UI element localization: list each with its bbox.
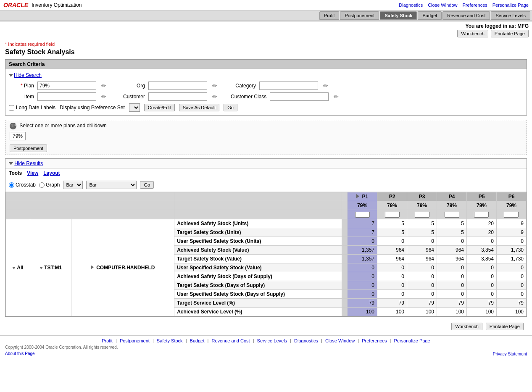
search-criteria-body: Hide Search Plan ✏ Org ✏ Category ✏ Item…: [5, 69, 527, 115]
postponement-button[interactable]: Postponement: [10, 145, 47, 152]
footer-safety-stock-link[interactable]: Safety Stock: [157, 338, 183, 343]
footer-close-window-link[interactable]: Close Window: [325, 338, 355, 343]
p1-filter-input[interactable]: [355, 212, 370, 218]
p1-header: P1: [348, 192, 377, 201]
tab-profit[interactable]: Profit: [319, 11, 340, 20]
crosstab-radio[interactable]: [9, 182, 14, 188]
plan-search-icon[interactable]: ✏: [100, 82, 108, 90]
tab-safety-stock[interactable]: Safety Stock: [380, 11, 417, 20]
create-edit-button[interactable]: Create/Edit: [144, 104, 175, 111]
printable-page-button-top[interactable]: Printable Page: [491, 30, 529, 37]
customer-search-icon[interactable]: ✏: [211, 92, 219, 101]
p5-filter-input[interactable]: [474, 212, 489, 218]
about-page-link[interactable]: About this Page: [5, 351, 35, 356]
toolbar-layout[interactable]: Layout: [43, 170, 60, 176]
p6-filter-input[interactable]: [504, 212, 519, 218]
expand-9: [342, 298, 348, 307]
r2-p1: 0: [348, 237, 377, 245]
view-controls: Crosstab Graph Bar Line Pie Bar Horizont…: [5, 178, 527, 192]
customer-class-input[interactable]: [270, 92, 329, 101]
close-window-link[interactable]: Close Window: [428, 3, 457, 8]
expand-sub: [342, 201, 348, 210]
chart-sub-dropdown[interactable]: Bar Horizontal Bar Stacked Bar: [86, 181, 137, 189]
tst-expand-icon[interactable]: [40, 267, 43, 269]
expand-3: [342, 245, 348, 254]
privacy-statement-link[interactable]: Privacy Statement: [493, 352, 527, 356]
tab-revenue-cost[interactable]: Revenue and Cost: [442, 11, 490, 20]
row-label-7: Target Safety Stock (Days of Supply): [174, 281, 342, 289]
view-go-button[interactable]: Go: [140, 181, 154, 189]
tab-service-levels[interactable]: Service Levels: [491, 11, 530, 20]
row-label-5: User Specified Safety Stock (Value): [174, 263, 342, 272]
footer-profit-link[interactable]: Profit: [102, 338, 113, 343]
search-go-button[interactable]: Go: [224, 104, 237, 111]
all-expand-icon[interactable]: [12, 267, 16, 269]
customer-class-search-icon[interactable]: ✏: [332, 92, 340, 101]
options-row: Long Date Labels Display using Preferenc…: [9, 103, 523, 112]
p4-filter: [437, 210, 467, 219]
plan-input[interactable]: [37, 82, 96, 90]
workbench-button-top[interactable]: Workbench: [457, 30, 488, 37]
footer-service-levels-link[interactable]: Service Levels: [257, 338, 287, 343]
p1-expand-icon[interactable]: [356, 194, 359, 198]
footer-budget-link[interactable]: Budget: [190, 338, 205, 343]
row-label-3: Achieved Safety Stock (Value): [174, 245, 342, 254]
graph-radio-label[interactable]: Graph: [39, 182, 60, 188]
p4-header: P4: [437, 192, 467, 201]
r10-p3: 100: [407, 307, 437, 316]
org-input[interactable]: [148, 82, 207, 90]
long-date-labels-checkbox-label[interactable]: Long Date Labels: [9, 105, 55, 110]
printable-page-button-bottom[interactable]: Printable Page: [486, 323, 524, 330]
save-default-button[interactable]: Save As Default: [179, 104, 219, 111]
hide-results-link[interactable]: Hide Results: [14, 160, 43, 166]
footer-preferences-link[interactable]: Preferences: [362, 338, 387, 343]
form-row-1: Plan ✏ Org ✏ Category ✏: [9, 82, 523, 90]
toolbar-row: Tools View Layout: [5, 168, 527, 178]
p4-filter-input[interactable]: [445, 212, 459, 218]
expand-4: [342, 254, 348, 263]
item-input[interactable]: [37, 92, 96, 101]
crosstab-radio-label[interactable]: Crosstab: [9, 182, 36, 188]
r5-p4: 0: [437, 263, 467, 272]
dim-filter-row: [6, 210, 174, 219]
computer-expand-icon[interactable]: [91, 265, 94, 269]
chart-type-dropdown[interactable]: Bar Line Pie: [63, 181, 83, 189]
r1-p4: 5: [437, 228, 467, 237]
pref-set-dropdown[interactable]: [129, 103, 140, 112]
p3-pct: 79%: [407, 201, 437, 210]
footer-bottom: Copyright 2000-2004 Oracle Corporation. …: [5, 345, 527, 356]
org-search-icon[interactable]: ✏: [211, 82, 219, 90]
preferences-link[interactable]: Preferences: [462, 3, 487, 8]
r10-p1: 100: [348, 307, 377, 316]
workbench-button-bottom[interactable]: Workbench: [451, 323, 482, 330]
r0-p4: 5: [437, 219, 467, 228]
row-label-8: User Specified Safety Stock (Days of Sup…: [174, 289, 342, 298]
search-criteria-header: Search Criteria: [5, 60, 527, 69]
graph-radio[interactable]: [39, 182, 45, 188]
category-input[interactable]: [259, 82, 318, 90]
customer-input[interactable]: [148, 92, 207, 101]
footer-revenue-cost-link[interactable]: Revenue and Cost: [211, 338, 250, 343]
personalize-page-link[interactable]: Personalize Page: [492, 3, 529, 8]
footer-postponement-link[interactable]: Postponement: [120, 338, 150, 343]
footer-personalize-link[interactable]: Personalize Page: [394, 338, 430, 343]
search-criteria-box: Search Criteria Hide Search Plan ✏ Org ✏…: [5, 59, 527, 116]
r8-p4: 0: [437, 289, 467, 298]
toolbar-tools[interactable]: Tools: [9, 170, 22, 176]
item-search-icon[interactable]: ✏: [100, 92, 108, 101]
toolbar-view[interactable]: View: [27, 170, 38, 176]
tab-budget[interactable]: Budget: [418, 11, 442, 20]
footer-diagnostics-link[interactable]: Diagnostics: [294, 338, 318, 343]
r7-p3: 0: [407, 281, 437, 289]
r9-p4: 79: [437, 298, 467, 307]
tab-postponement[interactable]: Postponement: [340, 11, 379, 20]
category-search-icon[interactable]: ✏: [321, 82, 330, 90]
r9-p6: 79: [496, 298, 526, 307]
r7-p4: 0: [437, 281, 467, 289]
r5-p1: 0: [348, 263, 377, 272]
long-date-labels-checkbox[interactable]: [9, 105, 14, 110]
p3-filter-input[interactable]: [415, 212, 429, 218]
diagnostics-link[interactable]: Diagnostics: [399, 3, 423, 8]
hide-search-link[interactable]: Hide Search: [9, 72, 523, 78]
p2-filter-input[interactable]: [385, 212, 400, 218]
